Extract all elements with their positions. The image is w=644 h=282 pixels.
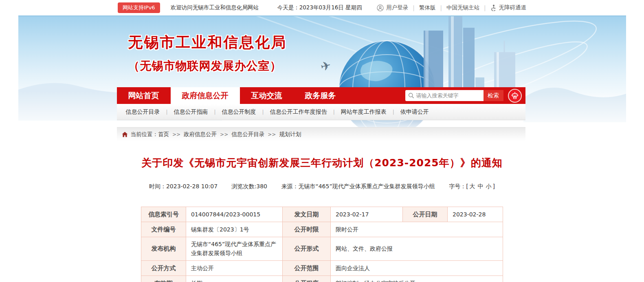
search-button[interactable]: 检索: [484, 90, 503, 101]
fontsize-medium[interactable]: 中: [478, 183, 484, 189]
user-icon: [377, 4, 384, 11]
nav-item-gov-info-disclosure[interactable]: 政府信息公开: [171, 87, 240, 104]
china-wuxi-main-site-link[interactable]: 中国无锡主站: [446, 4, 479, 11]
meta-views-value: 380: [256, 183, 267, 189]
robot-icon: [511, 92, 519, 100]
meta-fontsize-label: 字号：: [449, 183, 466, 189]
banner-artwork: ✈: [18, 16, 626, 141]
table-row: 有效期长期公开程序部门编制，经办公室审核后公开: [141, 275, 503, 282]
field-value: 2023-02-28: [448, 207, 503, 222]
nav-item-interaction[interactable]: 互动交流: [240, 87, 294, 104]
subnav-item-annual-report[interactable]: 信息公开工作年度报告: [270, 108, 327, 116]
field-label: 发文日期: [283, 207, 331, 222]
subnav-item-website-annual-report[interactable]: 网站年度工作报表: [341, 108, 387, 116]
field-value: 部门编制，经办公室审核后公开: [331, 275, 503, 282]
home-icon: [122, 132, 128, 137]
meta-time-value: 2023-02-28 10:07: [166, 183, 218, 189]
breadcrumb-prefix: 当前位置：: [131, 131, 158, 138]
field-value: 限时公开: [331, 222, 503, 237]
field-label: 公开方式: [141, 260, 186, 275]
meta-time: 时间：2023-02-28 10:07: [149, 183, 218, 189]
nav-item-gov-services[interactable]: 政务服务: [294, 87, 347, 104]
meta-source-label: 来源：: [281, 183, 298, 189]
article-title: 关于印发《无锡市元宇宙创新发展三年行动计划（2023-2025年）》的通知: [118, 156, 526, 170]
table-row: 公开方式主动公开公开范围面向企业法人: [141, 260, 503, 275]
field-value: 014007844/2023-00015: [186, 207, 283, 222]
search-input[interactable]: [416, 93, 481, 99]
breadcrumb-separator: >>: [220, 132, 228, 137]
breadcrumb-separator: >>: [268, 132, 276, 137]
sub-nav: 信息公开目录 | 信息公开指南 | 信息公开制度 | 信息公开工作年度报告 | …: [117, 104, 525, 120]
site-subtitle: （无锡市物联网发展办公室）: [128, 58, 287, 74]
field-value: 网站、文件、政府公报: [331, 237, 503, 261]
meta-source: 来源：无锡市“465”现代产业体系重点产业集群发展领导小组: [281, 183, 435, 189]
doc-table-body: 信息索引号014007844/2023-00015发文日期2023-02-17公…: [141, 207, 503, 282]
site-title-block: 无锡市工业和信息化局 （无锡市物联网发展办公室）: [128, 33, 287, 74]
svg-text:✈: ✈: [319, 58, 332, 74]
topbar-divider: |: [413, 4, 415, 11]
article-meta: 时间：2023-02-28 10:07 浏览次数:380 来源：无锡市“465”…: [118, 183, 526, 190]
document-info-table: 信息索引号014007844/2023-00015发文日期2023-02-17公…: [141, 207, 503, 282]
field-label: 公开形式: [283, 237, 331, 261]
ipv6-badge: 网站支持IPv6: [118, 2, 160, 13]
table-row: 信息索引号014007844/2023-00015发文日期2023-02-17公…: [141, 207, 503, 222]
breadcrumb-planning[interactable]: 规划计划: [279, 131, 301, 138]
subnav-item-disclosure-by-request[interactable]: 依申请公开: [400, 108, 429, 116]
fontsize-bracket: [: [466, 183, 468, 189]
search-icon: [408, 93, 414, 99]
meta-time-label: 时间：: [149, 183, 166, 189]
field-value: 长期: [186, 275, 283, 282]
subnav-item-disclosure-guide[interactable]: 信息公开指南: [174, 108, 208, 116]
fontsize-small[interactable]: 小: [486, 183, 492, 189]
subnav-item-disclosure-system[interactable]: 信息公开制度: [222, 108, 256, 116]
fontsize-large[interactable]: 大: [470, 183, 475, 189]
field-label: 公开时限: [283, 222, 331, 237]
field-label: 公开日期: [403, 207, 448, 222]
field-label: 公开程序: [283, 275, 331, 282]
chatbot-button[interactable]: [508, 89, 522, 103]
nav-item-home[interactable]: 网站首页: [117, 87, 171, 104]
field-label: 有效期: [141, 275, 186, 282]
field-label: 文件编号: [141, 222, 186, 237]
meta-views: 浏览次数:380: [232, 183, 267, 189]
meta-fontsize: 字号：[大中小]: [449, 183, 495, 189]
search-box: [405, 90, 484, 101]
field-value: 锡集群发〔2023〕1号: [186, 222, 283, 237]
user-login-link[interactable]: 用户登录: [386, 4, 408, 11]
field-value: 面向企业法人: [331, 260, 503, 275]
date-label: 今天是：: [277, 4, 299, 11]
breadcrumb-gov-info[interactable]: 政府信息公开: [184, 131, 217, 138]
header-banner: ✈ 无锡市工业和信息化局 （无锡市物联网发展办公室） 网站首页 政府信息公开 互…: [18, 15, 626, 141]
table-row: 发布机构无锡市“465”现代产业体系重点产业集群发展领导小组公开形式网站、文件、…: [141, 237, 503, 261]
field-label: 发布机构: [141, 237, 186, 261]
traditional-version-link[interactable]: 繁体版: [419, 4, 436, 11]
subnav-divider: |: [333, 109, 335, 115]
date-value: 2023年03月16日 星期四: [299, 4, 362, 11]
date-text: 今天是：2023年03月16日 星期四: [277, 4, 362, 11]
subnav-item-disclosure-catalog[interactable]: 信息公开目录: [126, 108, 160, 116]
subnav-divider: |: [393, 109, 394, 115]
subnav-divider: |: [166, 109, 168, 115]
table-row: 文件编号锡集群发〔2023〕1号公开时限限时公开: [141, 222, 503, 237]
field-label: 信息索引号: [141, 207, 186, 222]
top-utility-bar: 网站支持IPv6 欢迎访问无锡市工业和信息化局网站 今天是：2023年03月16…: [0, 0, 644, 15]
field-label: 公开范围: [283, 260, 331, 275]
welcome-text: 欢迎访问无锡市工业和信息化局网站: [171, 4, 259, 11]
field-value: 2023-02-17: [331, 207, 403, 222]
main-nav: 网站首页 政府信息公开 互动交流 政务服务 检索: [117, 87, 525, 104]
breadcrumb-home[interactable]: 首页: [158, 131, 169, 138]
breadcrumb: 当前位置： 首页 >> 政府信息公开 >> 信息公开目录 >> 规划计划: [117, 127, 525, 141]
subnav-divider: |: [262, 109, 264, 115]
field-value: 无锡市“465”现代产业体系重点产业集群发展领导小组: [186, 237, 283, 261]
meta-source-value: 无锡市“465”现代产业体系重点产业集群发展领导小组: [298, 183, 435, 189]
topbar-divider: |: [484, 4, 486, 11]
article-area: 关于印发《无锡市元宇宙创新发展三年行动计划（2023-2025年）》的通知 时间…: [118, 156, 526, 282]
fontsize-bracket: ]: [493, 183, 495, 189]
breadcrumb-catalog[interactable]: 信息公开目录: [231, 131, 264, 138]
field-value: 主动公开: [186, 260, 283, 275]
accessibility-icon: [490, 4, 497, 11]
subnav-divider: |: [214, 109, 216, 115]
breadcrumb-separator: >>: [172, 132, 180, 137]
accessibility-channel-link[interactable]: 无障碍通道: [499, 4, 527, 11]
meta-views-label: 浏览次数:: [232, 183, 257, 189]
